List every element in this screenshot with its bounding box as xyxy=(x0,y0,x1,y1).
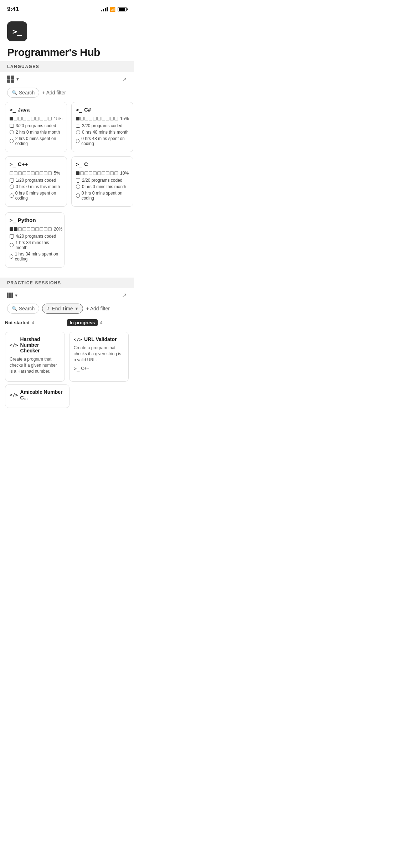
chevron-down-icon: ▼ xyxy=(75,306,79,311)
cpp-card-title-row: >_ C++ xyxy=(10,161,62,167)
csharp-card-icon: >_ xyxy=(76,107,82,113)
java-card-title: Java xyxy=(18,107,30,113)
clock-icon xyxy=(10,185,14,189)
languages-search-button[interactable]: 🔍 Search xyxy=(7,88,39,98)
clock-icon xyxy=(10,130,14,134)
python-card-icon: >_ xyxy=(10,217,16,223)
c-card-title-row: >_ C xyxy=(76,161,129,167)
clock-icon xyxy=(76,193,80,198)
python-total-stat: 1 hrs 34 mins spent on coding xyxy=(10,252,60,262)
clock-icon xyxy=(10,243,14,247)
csharp-month-stat: 0 hrs 48 mins this month xyxy=(76,130,129,135)
clock-icon xyxy=(76,130,80,134)
c-month-stat: 0 hrs 0 mins this month xyxy=(76,184,129,189)
practice-search-button[interactable]: 🔍 Search xyxy=(7,304,39,314)
clock-icon xyxy=(76,139,79,143)
search-icon: 🔍 xyxy=(12,306,17,311)
cpp-card-title: C++ xyxy=(18,161,28,167)
clock-icon xyxy=(10,254,13,259)
status-time: 9:41 xyxy=(7,6,19,13)
column-view-icon xyxy=(7,293,13,298)
not-started-count: 4 xyxy=(32,320,34,325)
url-validator-lang: >_ C++ xyxy=(74,366,124,371)
csharp-progress-pct: 15% xyxy=(120,116,129,121)
practice-expand-icon[interactable]: ↗ xyxy=(122,292,127,299)
partial-cards-row: </> Amicable Number C... xyxy=(0,384,134,415)
c-card[interactable]: >_ C 10% 2/20 programs coded xyxy=(71,156,133,207)
languages-section-header: LANGUAGES xyxy=(0,61,134,72)
amicable-card-partial[interactable]: </> Amicable Number C... xyxy=(5,384,70,408)
language-cards-grid: >_ Java 15% 3/20 programs coded xyxy=(0,102,134,212)
end-time-filter-button[interactable]: ⇩ End Time ▼ xyxy=(42,304,83,314)
java-card-title-row: >_ Java xyxy=(10,107,62,113)
java-month-stat: 2 hrs 0 mins this month xyxy=(10,130,62,135)
url-validator-card-title-row: </> URL Validator xyxy=(74,336,124,342)
harshad-card-desc: Create a program that checks if a given … xyxy=(10,356,60,374)
languages-view-toggle[interactable]: ▼ xyxy=(7,76,20,83)
python-card-title-row: >_ Python xyxy=(10,217,60,223)
practice-toolbar-left[interactable]: ▼ xyxy=(7,293,18,298)
languages-toolbar-left[interactable]: ▼ xyxy=(7,76,20,83)
cpp-progress-bar xyxy=(10,171,52,175)
monitor-icon xyxy=(76,124,80,128)
cpp-card[interactable]: >_ C++ 5% 1/20 programs coded xyxy=(5,156,67,207)
csharp-total-stat: 0 hrs 48 mins spent on coding xyxy=(76,136,129,146)
url-validator-lang-label: C++ xyxy=(81,366,89,371)
practice-add-filter-button[interactable]: + Add filter xyxy=(86,306,110,311)
battery-icon xyxy=(118,7,127,11)
monitor-icon xyxy=(10,234,14,238)
harshad-card-title-row: </> Harshad Number Checker xyxy=(10,336,60,353)
url-validator-card[interactable]: </> URL Validator Create a program that … xyxy=(69,332,129,382)
csharp-progress-row: 15% xyxy=(76,116,129,121)
practice-filter-bar: 🔍 Search ⇩ End Time ▼ + Add filter xyxy=(0,302,134,318)
csharp-card[interactable]: >_ C# 15% 3/20 programs coded xyxy=(71,102,133,152)
monitor-icon xyxy=(10,124,14,128)
python-card-wrapper: >_ Python 20% 4/20 programs coded xyxy=(0,212,134,275)
java-progress-row: 15% xyxy=(10,116,62,121)
c-progress-pct: 10% xyxy=(120,171,129,176)
monitor-icon xyxy=(10,179,14,182)
terminal-icon: >_ xyxy=(74,366,80,371)
wifi-icon: 📶 xyxy=(110,7,115,12)
clock-icon xyxy=(76,185,80,189)
clock-icon xyxy=(10,139,14,143)
not-started-column-header: Not started 4 xyxy=(5,319,67,326)
app-logo: >_ xyxy=(7,21,27,41)
python-card[interactable]: >_ Python 20% 4/20 programs coded xyxy=(5,212,65,268)
cpp-card-icon: >_ xyxy=(10,161,16,167)
cpp-progress-row: 5% xyxy=(10,171,62,176)
search-icon: 🔍 xyxy=(12,90,17,95)
grid-icon xyxy=(7,76,14,83)
kanban-headers: Not started 4 In progress 4 xyxy=(0,318,134,329)
code-icon: </> xyxy=(10,392,18,398)
java-card-icon: >_ xyxy=(10,107,16,113)
python-card-title: Python xyxy=(18,217,36,223)
java-total-stat: 2 hrs 0 mins spent on coding xyxy=(10,136,62,146)
practice-view-toggle[interactable]: ▼ xyxy=(7,293,18,298)
amicable-card-name: Amicable Number C... xyxy=(20,389,65,401)
languages-filter-bar: 🔍 Search + Add filter xyxy=(0,86,134,102)
not-started-label: Not started xyxy=(5,320,30,325)
code-icon: </> xyxy=(74,337,82,342)
python-progress-pct: 20% xyxy=(54,227,62,232)
cpp-progress-pct: 5% xyxy=(54,171,60,176)
monitor-icon xyxy=(76,179,80,182)
terminal-icon: >_ xyxy=(12,27,22,36)
harshad-card-name: Harshad Number Checker xyxy=(20,336,60,353)
practice-toolbar: ▼ ↗ xyxy=(0,288,134,302)
c-progress-row: 10% xyxy=(76,171,129,176)
kanban-cards-grid: </> Harshad Number Checker Create a prog… xyxy=(0,329,134,384)
languages-add-filter-button[interactable]: + Add filter xyxy=(42,90,66,95)
c-programs-stat: 2/20 programs coded xyxy=(76,178,129,183)
status-bar: 9:41 📶 xyxy=(0,0,134,16)
python-progress-bar xyxy=(10,227,52,231)
csharp-progress-bar xyxy=(76,117,118,120)
in-progress-column-header: In progress 4 xyxy=(67,319,129,326)
chevron-down-icon: ▼ xyxy=(14,293,18,298)
url-validator-card-name: URL Validator xyxy=(84,336,117,342)
harshad-card[interactable]: </> Harshad Number Checker Create a prog… xyxy=(5,332,65,382)
app-header: >_ Programmer's Hub xyxy=(0,16,134,61)
csharp-programs-stat: 3/20 programs coded xyxy=(76,123,129,128)
expand-icon[interactable]: ↗ xyxy=(122,76,127,83)
java-card[interactable]: >_ Java 15% 3/20 programs coded xyxy=(5,102,67,152)
